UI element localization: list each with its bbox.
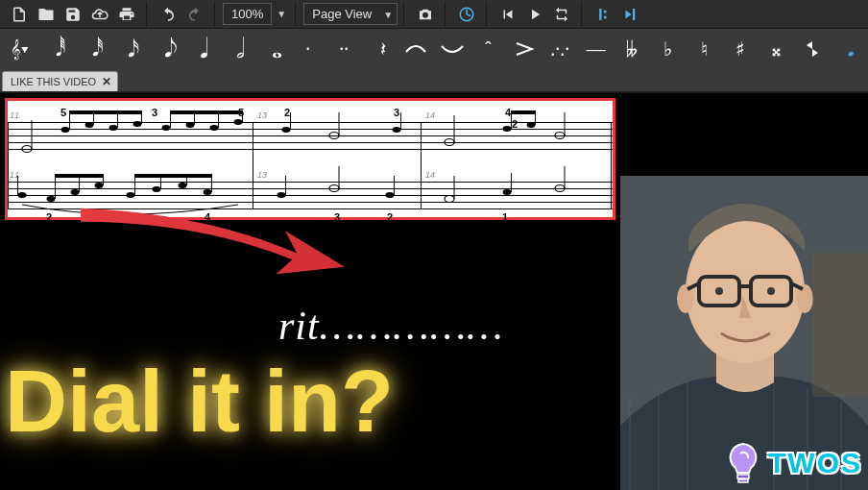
duration-whole[interactable]: 𝅝 xyxy=(258,32,287,66)
close-icon[interactable]: ✕ xyxy=(102,75,111,88)
svg-point-44 xyxy=(95,183,104,188)
score-stage: 11 13 14 11 13 14 5 3 5 2 3 4 2 2 1 4 3 … xyxy=(0,93,868,490)
undo-button[interactable] xyxy=(155,2,181,27)
chevron-down-icon[interactable]: ▼ xyxy=(383,10,393,20)
svg-point-20 xyxy=(210,125,219,131)
duration-32nd[interactable]: 𝅘𝅥𝅰 xyxy=(78,32,107,66)
duration-64th[interactable]: 𝅘𝅥𝅱 xyxy=(42,32,71,66)
playback-group xyxy=(489,2,582,26)
svg-rect-102 xyxy=(812,253,868,397)
rewind-button[interactable] xyxy=(494,2,521,27)
loop-button[interactable] xyxy=(548,2,575,27)
flat-button[interactable]: ♭ xyxy=(654,32,683,66)
svg-point-35 xyxy=(527,122,536,128)
new-file-button[interactable] xyxy=(6,2,33,27)
svg-rect-15 xyxy=(69,110,142,114)
svg-point-58 xyxy=(277,192,286,198)
camera-button[interactable] xyxy=(412,2,439,27)
staccato-dots[interactable]: .·.· xyxy=(546,32,575,66)
duration-8th[interactable]: 𝅘𝅥𝅮 xyxy=(150,32,179,66)
view-mode-select[interactable]: Page View ▼ xyxy=(303,3,398,25)
document-tabs: LIKE THIS VIDEO ✕ xyxy=(0,69,868,92)
play-button[interactable] xyxy=(521,2,548,27)
duration-half[interactable]: 𝅗𝅥 xyxy=(222,32,251,66)
redo-button[interactable] xyxy=(181,2,208,27)
svg-point-38 xyxy=(555,133,565,139)
svg-point-2 xyxy=(604,10,607,12)
svg-point-5 xyxy=(22,146,32,153)
rest-button[interactable]: 𝄽 xyxy=(366,32,395,66)
voice-1-button[interactable]: 𝅘 xyxy=(834,32,863,66)
svg-point-3 xyxy=(604,15,607,18)
svg-point-62 xyxy=(386,192,395,198)
score-view[interactable]: 11 13 14 11 13 14 5 3 5 2 3 4 2 2 1 4 3 … xyxy=(5,98,615,220)
svg-point-31 xyxy=(445,139,454,146)
double-flat-button[interactable]: 𝄫 xyxy=(618,32,647,66)
open-folder-button[interactable] xyxy=(33,2,60,27)
watermark-text: TWOS xyxy=(768,447,862,479)
svg-point-9 xyxy=(85,122,94,128)
repeat-group xyxy=(584,2,649,26)
svg-point-25 xyxy=(282,127,291,133)
sharp-button[interactable]: ♯ xyxy=(726,32,755,66)
print-button[interactable] xyxy=(113,2,140,27)
double-sharp-button[interactable]: 𝄪 xyxy=(762,32,791,66)
double-dot-button[interactable]: ·· xyxy=(330,32,359,66)
svg-point-100 xyxy=(715,287,723,295)
svg-rect-1 xyxy=(599,9,601,20)
svg-point-43 xyxy=(71,189,80,195)
svg-point-18 xyxy=(186,122,195,128)
marcato-button[interactable]: ˆ xyxy=(474,32,503,66)
svg-point-40 xyxy=(18,192,27,198)
svg-point-11 xyxy=(109,125,118,131)
zoom-value[interactable]: 100% xyxy=(223,3,272,25)
note-input-mode-button[interactable]: 𝄞▾ xyxy=(6,32,35,66)
flip-button[interactable] xyxy=(798,32,827,66)
svg-point-22 xyxy=(234,119,243,125)
file-group xyxy=(0,2,147,26)
svg-rect-4 xyxy=(633,9,635,20)
cloud-save-button[interactable] xyxy=(86,2,113,27)
chevron-down-icon[interactable]: ▼ xyxy=(274,9,289,19)
svg-point-49 xyxy=(127,192,135,198)
svg-rect-57 xyxy=(134,174,212,178)
svg-point-16 xyxy=(162,125,171,131)
snapshot-group xyxy=(406,2,446,26)
loop-in-button[interactable] xyxy=(590,2,616,27)
sforzando-button[interactable] xyxy=(510,32,539,66)
dot-button[interactable]: · xyxy=(294,32,323,66)
metronome-group xyxy=(447,2,487,26)
tab-document[interactable]: LIKE THIS VIDEO ✕ xyxy=(2,71,118,91)
svg-point-66 xyxy=(503,189,512,195)
thumbnail-headline: Dial it in? xyxy=(5,353,394,452)
duration-16th[interactable]: 𝅘𝅥𝅯 xyxy=(114,32,143,66)
main-toolbar: 100% ▼ Page View ▼ xyxy=(0,0,868,29)
svg-rect-24 xyxy=(170,110,243,114)
view-mode-label: Page View xyxy=(312,7,372,21)
svg-point-33 xyxy=(503,126,512,132)
duration-quarter[interactable]: 𝅘𝅥 xyxy=(186,32,215,66)
red-arrow-annotation xyxy=(67,204,355,276)
svg-point-27 xyxy=(329,133,339,139)
watermark: TWOS xyxy=(724,442,862,484)
zoom-group: 100% ▼ xyxy=(217,2,296,26)
svg-point-13 xyxy=(133,121,142,127)
metronome-button[interactable] xyxy=(453,2,480,27)
slur-button[interactable] xyxy=(438,32,467,66)
svg-point-51 xyxy=(179,183,187,188)
tenuto-button[interactable]: — xyxy=(582,32,611,66)
natural-button[interactable]: ♮ xyxy=(690,32,719,66)
tab-label: LIKE THIS VIDEO xyxy=(11,76,96,87)
zoom-control[interactable]: 100% ▼ xyxy=(223,3,289,25)
svg-point-29 xyxy=(393,127,401,133)
svg-rect-48 xyxy=(55,174,104,178)
ritardando-text: rit…………… xyxy=(278,303,503,349)
svg-point-52 xyxy=(204,189,212,195)
undo-group xyxy=(149,2,215,26)
svg-rect-37 xyxy=(511,110,536,114)
svg-point-101 xyxy=(767,287,775,295)
tie-button[interactable] xyxy=(402,32,431,66)
save-button[interactable] xyxy=(60,2,86,27)
svg-point-64 xyxy=(445,196,454,203)
loop-out-button[interactable] xyxy=(616,2,643,27)
